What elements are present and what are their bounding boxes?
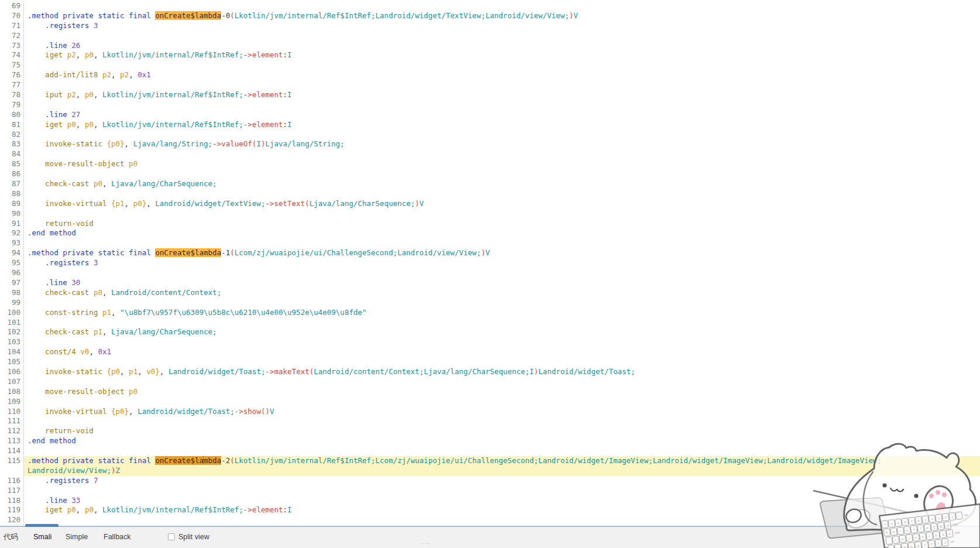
code-line[interactable]: 81 iget p0, p0, Lkotlin/jvm/internal/Ref… — [0, 120, 980, 130]
tab-simple[interactable]: Simple — [66, 527, 88, 548]
line-number: 73 — [0, 41, 24, 51]
line-number: 99 — [0, 298, 24, 308]
bottom-tabbar: 代码 Smali Simple Fallback Split view ··· — [0, 527, 980, 548]
code-line[interactable]: 83 invoke-static {p0}, Ljava/lang/String… — [0, 139, 980, 149]
code-line[interactable]: 105 — [0, 357, 980, 367]
code-line[interactable]: 99 — [0, 298, 980, 308]
code-line[interactable]: 80 .line 27 — [0, 110, 980, 120]
line-number: 118 — [0, 496, 24, 506]
code-line[interactable]: 79 — [0, 100, 980, 110]
line-number: 70 — [0, 11, 24, 21]
line-number: 119 — [0, 505, 24, 515]
split-view-label[interactable]: Split view — [178, 527, 209, 548]
smali-code-editor[interactable]: 6970.method private static final onCreat… — [0, 0, 980, 526]
code-line[interactable]: 90 — [0, 209, 980, 219]
code-line[interactable]: 112 return-void — [0, 426, 980, 436]
line-number: 113 — [0, 436, 24, 446]
line-number: 96 — [0, 268, 24, 278]
code-line[interactable]: 119 iget p0, p0, Lkotlin/jvm/internal/Re… — [0, 505, 980, 515]
code-line[interactable]: 69 — [0, 1, 980, 11]
code-line[interactable]: 72 — [0, 31, 980, 41]
code-line[interactable]: 108 move-result-object p0 — [0, 387, 980, 397]
tab-fallback[interactable]: Fallback — [104, 527, 131, 548]
line-number — [0, 466, 24, 476]
line-number: 94 — [0, 248, 24, 258]
line-number: 98 — [0, 288, 24, 298]
code-line[interactable]: 70.method private static final onCreate$… — [0, 11, 980, 21]
code-line[interactable]: 86 — [0, 169, 980, 179]
code-line[interactable]: 85 move-result-object p0 — [0, 159, 980, 169]
code-line[interactable]: 106 invoke-static {p0, p1, v0}, Landroid… — [0, 367, 980, 377]
code-line[interactable]: 95 .registers 3 — [0, 258, 980, 268]
code-line[interactable]: 89 invoke-virtual {p1, p0}, Landroid/wid… — [0, 199, 980, 209]
code-line[interactable]: 96 — [0, 268, 980, 278]
line-number: 102 — [0, 327, 24, 337]
code-line[interactable]: 94.method private static final onCreate$… — [0, 248, 980, 258]
line-number: 84 — [0, 149, 24, 159]
line-number: 80 — [0, 110, 24, 120]
code-line[interactable]: 103 — [0, 337, 980, 347]
code-line[interactable]: 78 iput p2, p0, Lkotlin/jvm/internal/Ref… — [0, 90, 980, 100]
code-line[interactable]: 104 const/4 v0, 0x1 — [0, 347, 980, 357]
line-number: 107 — [0, 377, 24, 387]
code-line[interactable]: 93 — [0, 238, 980, 248]
tab-code[interactable]: 代码 — [4, 527, 18, 548]
code-line[interactable]: 110 invoke-virtual {p0}, Landroid/widget… — [0, 407, 980, 417]
line-number: 90 — [0, 209, 24, 219]
code-line[interactable]: 73 .line 26 — [0, 41, 980, 51]
line-number: 75 — [0, 60, 24, 70]
code-line[interactable]: 107 — [0, 377, 980, 387]
line-number: 79 — [0, 100, 24, 110]
line-number: 114 — [0, 446, 24, 456]
line-number: 106 — [0, 367, 24, 377]
code-line[interactable]: 82 — [0, 130, 980, 140]
code-line[interactable]: 118 .line 33 — [0, 496, 980, 506]
code-line[interactable]: 101 — [0, 318, 980, 328]
code-line[interactable]: Landroid/view/View;)Z — [0, 466, 980, 476]
line-number: 112 — [0, 426, 24, 436]
app-window: 6970.method private static final onCreat… — [0, 0, 980, 548]
tab-smali[interactable]: Smali — [33, 527, 51, 548]
line-number: 115 — [0, 456, 24, 466]
code-line[interactable]: 92.end method — [0, 228, 980, 238]
line-number: 95 — [0, 258, 24, 268]
code-line[interactable]: 109 — [0, 397, 980, 407]
code-line[interactable]: 75 — [0, 60, 980, 70]
code-line[interactable]: 116 .registers 7 — [0, 476, 980, 486]
code-line[interactable]: 87 check-cast p0, Ljava/lang/CharSequenc… — [0, 179, 980, 189]
code-line[interactable]: 100 const-string p1, "\u8bf7\u957f\u6309… — [0, 308, 980, 318]
line-number: 108 — [0, 387, 24, 397]
code-line[interactable]: 115.method private static final onCreate… — [0, 456, 980, 466]
line-number: 97 — [0, 278, 24, 288]
line-number: 116 — [0, 476, 24, 486]
code-line[interactable]: 98 check-cast p0, Landroid/content/Conte… — [0, 288, 980, 298]
line-number: 87 — [0, 179, 24, 189]
line-number: 103 — [0, 337, 24, 347]
line-number: 77 — [0, 80, 24, 90]
code-line[interactable]: 77 — [0, 80, 980, 90]
code-line[interactable]: 111 — [0, 416, 980, 426]
code-line[interactable]: 71 .registers 3 — [0, 21, 980, 31]
code-line[interactable]: 102 check-cast p1, Ljava/lang/CharSequen… — [0, 327, 980, 337]
code-line[interactable]: 120 — [0, 515, 980, 525]
split-view-checkbox[interactable] — [168, 533, 175, 540]
code-line[interactable]: 114 — [0, 446, 980, 456]
line-number: 76 — [0, 70, 24, 80]
line-number: 74 — [0, 50, 24, 60]
line-number: 78 — [0, 90, 24, 100]
code-line[interactable]: 91 return-void — [0, 219, 980, 229]
line-number: 69 — [0, 1, 24, 11]
code-line[interactable]: 117 — [0, 486, 980, 496]
line-number: 81 — [0, 120, 24, 130]
code-line[interactable]: 76 add-int/lit8 p2, p2, 0x1 — [0, 70, 980, 80]
code-line[interactable]: 113.end method — [0, 436, 980, 446]
line-number: 83 — [0, 139, 24, 149]
splitter-grip-dots[interactable]: ··· — [421, 540, 431, 547]
code-line[interactable]: 97 .line 30 — [0, 278, 980, 288]
line-number: 92 — [0, 228, 24, 238]
code-line[interactable]: 74 iget p2, p0, Lkotlin/jvm/internal/Ref… — [0, 50, 980, 60]
code-line[interactable]: 88 — [0, 189, 980, 199]
line-number: 101 — [0, 318, 24, 328]
line-number: 91 — [0, 219, 24, 229]
code-line[interactable]: 84 — [0, 149, 980, 159]
